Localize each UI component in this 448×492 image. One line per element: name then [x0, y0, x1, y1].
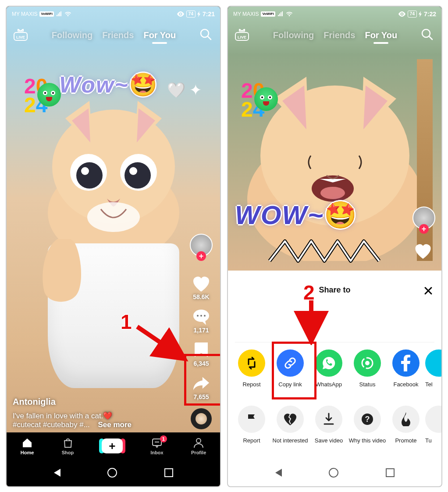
question-icon: ? — [354, 406, 381, 433]
signal-icon — [56, 11, 62, 17]
back-button[interactable] — [275, 469, 282, 477]
tab-friends[interactable]: Friends — [324, 30, 355, 40]
like-count: 58.6K — [193, 293, 209, 300]
nav-inbox[interactable]: 1 Inbox — [150, 437, 163, 455]
action-promote[interactable]: Promote — [387, 406, 425, 451]
search-icon[interactable] — [199, 28, 214, 43]
caption-hashtags[interactable]: #cutecat #cutebaby #... — [13, 421, 90, 429]
feed-header: LIVE Following Friends For You — [228, 24, 441, 46]
svg-point-5 — [124, 162, 151, 189]
svg-text:?: ? — [365, 415, 370, 424]
svg-text:LIVE: LIVE — [16, 35, 25, 39]
action-more[interactable]: Tu — [425, 406, 441, 451]
action-why-this-video[interactable]: ? Why this video — [348, 406, 387, 451]
sticker-burst — [267, 235, 381, 278]
svg-line-21 — [137, 327, 181, 357]
visibility-icon — [177, 11, 185, 17]
share-telegram[interactable]: Tel — [425, 349, 441, 395]
flame-icon — [392, 406, 420, 433]
svg-text:LIVE: LIVE — [238, 35, 246, 39]
status-bar: MY MAXIS VoWiFi 74 7:21 — [7, 7, 220, 21]
sticker-wow: WOW~🤩 — [235, 200, 358, 231]
sticker-green-character — [254, 87, 278, 111]
status-bar: MY MAXIS VoWiFi 74 7:22 — [228, 7, 441, 21]
visibility-icon — [398, 11, 406, 17]
live-icon[interactable]: LIVE — [234, 29, 250, 42]
svg-point-7 — [129, 167, 137, 175]
nav-create[interactable]: + — [102, 439, 123, 453]
sticker-green-character — [37, 83, 61, 107]
feed-header: LIVE Following Friends For You — [7, 24, 220, 46]
caption-text-line2: #cutecat #cutebaby #... See more — [13, 421, 185, 429]
facebook-icon — [392, 349, 420, 377]
carrier-badge: VoWiFi — [261, 11, 275, 17]
nav-shop[interactable]: Shop — [62, 437, 74, 455]
action-not-interested[interactable]: Not interested — [271, 406, 309, 451]
comment-button[interactable]: 1,171 — [192, 308, 210, 334]
clock: 7:22 — [424, 11, 436, 18]
follow-plus-icon[interactable]: + — [419, 224, 429, 234]
nav-home[interactable]: Home — [21, 437, 34, 455]
share-title: Share to — [319, 285, 350, 295]
shop-icon — [62, 437, 74, 449]
download-icon — [315, 406, 342, 433]
action-report[interactable]: Report — [232, 406, 271, 451]
nav-profile[interactable]: Profile — [191, 437, 206, 455]
tab-friends[interactable]: Friends — [102, 30, 134, 40]
like-button[interactable]: 58.6K — [192, 275, 210, 300]
flag-icon — [238, 406, 265, 433]
tab-following[interactable]: Following — [273, 30, 314, 40]
share-repost[interactable]: Repost — [232, 349, 271, 395]
carrier-badge: VoWiFi — [39, 11, 53, 17]
svg-point-25 — [320, 187, 345, 199]
status-icon — [354, 349, 381, 377]
search-icon[interactable] — [420, 28, 435, 43]
charging-icon — [197, 11, 201, 17]
heart-icon-partial — [414, 243, 432, 260]
android-nav-bar — [7, 459, 220, 486]
author-avatar[interactable]: + — [412, 207, 435, 229]
sticker-wow: Wow~🤩 — [59, 71, 158, 98]
carrier-name: MY MAXIS — [233, 11, 259, 17]
plus-icon: + — [109, 440, 115, 452]
share-row-actions: Report Not interested Save video ? Why t… — [228, 403, 441, 459]
profile-icon — [193, 437, 204, 449]
share-facebook[interactable]: Facebook — [387, 349, 425, 395]
sticker-heart: 🤍 ✦ — [167, 81, 202, 99]
tab-following[interactable]: Following — [52, 30, 92, 40]
see-more-button[interactable]: See more — [98, 421, 132, 429]
close-icon[interactable] — [422, 285, 434, 297]
svg-point-26 — [401, 13, 403, 15]
author-avatar[interactable]: + — [190, 234, 213, 257]
svg-point-17 — [204, 315, 206, 317]
action-save-video[interactable]: Save video — [309, 406, 348, 451]
video-caption: Antoniglia I've fallen in love with a ca… — [13, 397, 185, 429]
back-button[interactable] — [54, 469, 60, 477]
svg-point-16 — [200, 315, 202, 317]
share-row-apps: Repost Copy link WhatsApp Status Faceboo… — [228, 342, 441, 403]
svg-point-6 — [81, 167, 89, 175]
live-icon[interactable]: LIVE — [13, 29, 28, 42]
video-content-kitten — [41, 94, 186, 261]
telegram-icon — [425, 349, 441, 377]
home-icon — [21, 437, 33, 449]
more-action-icon — [425, 406, 441, 433]
heart-icon — [192, 275, 210, 292]
sound-disc[interactable] — [191, 408, 212, 429]
tab-for-you[interactable]: For You — [365, 30, 397, 40]
broken-heart-icon — [277, 406, 304, 433]
follow-plus-icon[interactable]: + — [196, 251, 206, 261]
repost-icon — [238, 349, 265, 377]
author-name[interactable]: Antoniglia — [13, 397, 185, 407]
tab-for-you[interactable]: For You — [143, 30, 176, 40]
recent-button[interactable] — [386, 468, 395, 477]
share-status[interactable]: Status — [348, 349, 387, 395]
svg-point-9 — [180, 13, 181, 15]
share-sheet: Share to Repost Copy link WhatsApp — [228, 278, 441, 459]
recent-button[interactable] — [164, 468, 173, 477]
home-button[interactable] — [107, 468, 117, 478]
inbox-icon: 1 — [151, 437, 163, 449]
home-button[interactable] — [329, 468, 338, 478]
battery-indicator: 74 — [186, 11, 196, 18]
svg-point-32 — [365, 361, 370, 365]
